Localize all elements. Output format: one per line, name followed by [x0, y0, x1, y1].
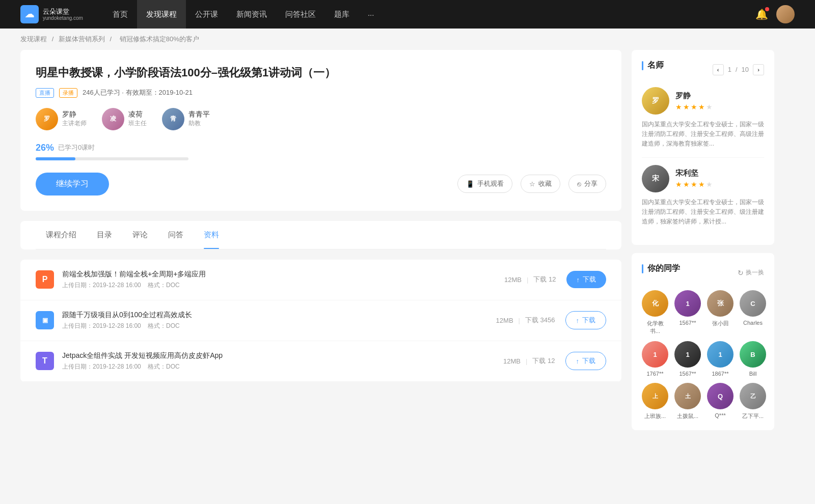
teacher-3-avatar: 青	[162, 108, 184, 130]
notification-bell[interactable]: 🔔	[755, 8, 768, 20]
course-actions: 继续学习 📱 手机观看 ☆ 收藏 ⎋ 分享	[36, 173, 606, 195]
navigation: ☁ 云朵课堂 yundoketang.com 首页 发现课程 公开课 新闻资讯 …	[0, 0, 815, 29]
classmate-9: 上 上班族...	[642, 383, 668, 420]
tab-resources[interactable]: 资料	[194, 221, 229, 249]
nav-discover[interactable]: 发现课程	[137, 0, 186, 29]
download-icon-1: ↑	[577, 276, 580, 284]
main-layout: 明星中教授课，小学阶段语法100分–强化级第1讲动词（一） 直播 录播 246人…	[0, 50, 795, 459]
sidebar-teachers-header: 名师 ‹ 1 / 10 ›	[642, 60, 764, 79]
sidebar-teacher-nav: ‹ 1 / 10 ›	[713, 64, 764, 75]
classmate-1: 化 化学教书...	[642, 290, 668, 335]
nav-news[interactable]: 新闻资讯	[227, 0, 276, 29]
tab-catalog[interactable]: 目录	[87, 221, 122, 249]
nav-opencourse[interactable]: 公开课	[186, 0, 227, 29]
progress-bar-bg	[36, 157, 188, 160]
resource-info-1: 前端全栈加强版！前端全栈+全周期+多端应用 上传日期：2019-12-28 16…	[62, 270, 504, 290]
classmate-3-avatar[interactable]: 张	[707, 290, 734, 317]
tab-review[interactable]: 评论	[122, 221, 158, 249]
classmate-7: 1 1867**	[707, 341, 734, 377]
teacher-2-avatar: 凌	[102, 108, 124, 130]
classmate-6-name: 1567**	[679, 371, 696, 377]
phone-icon: 📱	[466, 180, 474, 188]
classmate-2-avatar[interactable]: 1	[674, 290, 701, 317]
breadcrumb-discover[interactable]: 发现课程	[20, 35, 47, 43]
classmate-11: Q Q***	[707, 383, 734, 420]
action-buttons: 📱 手机观看 ☆ 收藏 ⎋ 分享	[457, 175, 606, 193]
resource-title-2: 跟随千万级项目从0到100全过程高效成长	[62, 311, 496, 320]
continue-button[interactable]: 继续学习	[36, 173, 109, 195]
resource-stats-2: 12MB | 下载 3456	[496, 316, 555, 325]
sidebar: 名师 ‹ 1 / 10 › 罗 罗静	[632, 50, 774, 438]
classmate-5-avatar[interactable]: 1	[642, 341, 668, 368]
sidebar-teacher-2: 宋 宋利坚 ★ ★ ★ ★ ★ 国内某重点大学安全工程专业硕士，国家一级注册消防…	[642, 165, 764, 227]
classmate-3-name: 张小田	[712, 320, 729, 327]
nav-qa[interactable]: 问答社区	[276, 0, 325, 29]
classmate-12-avatar[interactable]: 乙	[740, 383, 766, 409]
resource-meta-2: 上传日期：2019-12-28 16:00 格式：DOC	[62, 322, 496, 330]
classmate-9-avatar[interactable]: 上	[642, 383, 668, 409]
breadcrumb: 发现课程 / 新媒体营销系列 / 销冠修炼术搞定80%的客户	[0, 29, 815, 50]
nav-quiz[interactable]: 题库	[325, 0, 359, 29]
share-button[interactable]: ⎋ 分享	[568, 175, 606, 193]
classmate-1-avatar[interactable]: 化	[642, 290, 668, 317]
resource-icon-2: ▣	[36, 311, 54, 329]
nav-more[interactable]: ···	[359, 0, 384, 29]
refresh-classmates-button[interactable]: ↻ 换一换	[738, 268, 764, 277]
teacher-2-role: 班主任	[128, 119, 147, 128]
logo-icon: ☁	[20, 5, 39, 23]
classmate-10-avatar[interactable]: 土	[674, 383, 701, 409]
progress-bar-fill	[36, 157, 75, 160]
badge-record: 录播	[59, 88, 77, 98]
classmate-8: B Bill	[740, 341, 766, 377]
classmate-8-avatar[interactable]: B	[740, 341, 766, 368]
breadcrumb-series[interactable]: 新媒体营销系列	[59, 35, 105, 43]
resource-info-2: 跟随千万级项目从0到100全过程高效成长 上传日期：2019-12-28 16:…	[62, 311, 496, 330]
teacher-1-name: 罗静	[62, 110, 87, 119]
course-meta: 直播 录播 246人已学习 · 有效期至：2019-10-21	[36, 88, 606, 98]
sidebar-teachers-title: 名师	[642, 60, 664, 71]
teacher-next-button[interactable]: ›	[753, 64, 764, 75]
tabs-list: 课程介绍 目录 评论 问答 资料	[36, 221, 606, 249]
classmate-11-avatar[interactable]: Q	[707, 383, 734, 409]
teacher-3: 青 青青平 助教	[162, 108, 210, 130]
nav-right: 🔔	[755, 5, 795, 23]
classmate-6-avatar[interactable]: 1	[674, 341, 701, 368]
classmate-7-avatar[interactable]: 1	[707, 341, 734, 368]
teacher-2-name: 凌荷	[128, 110, 147, 119]
classmate-1-name: 化学教书...	[642, 320, 668, 335]
tab-intro[interactable]: 课程介绍	[36, 221, 87, 249]
resource-item-1: P 前端全栈加强版！前端全栈+全周期+多端应用 上传日期：2019-12-28 …	[20, 260, 621, 300]
resource-icon-3: T	[36, 352, 54, 370]
logo-text: 云朵课堂 yundoketang.com	[43, 8, 83, 21]
sidebar-teacher-1-name: 罗静	[675, 91, 713, 101]
classmate-10: 土 土拨鼠...	[674, 383, 701, 420]
logo[interactable]: ☁ 云朵课堂 yundoketang.com	[20, 5, 83, 23]
sidebar-teacher-2-name: 宋利坚	[675, 169, 713, 178]
star-icon: ☆	[529, 180, 535, 188]
progress-section: 26% 已学习0课时	[36, 143, 606, 160]
resource-info-3: Jetpack全组件实战 开发短视频应用高仿皮皮虾App 上传日期：2019-1…	[62, 351, 503, 371]
sidebar-teacher-2-stars: ★ ★ ★ ★ ★	[675, 180, 713, 188]
sidebar-classmates-title: 你的同学	[642, 263, 680, 274]
download-icon-3: ↑	[576, 357, 580, 365]
classmate-2-name: 1567**	[679, 320, 696, 326]
course-tabs: 课程介绍 目录 评论 问答 资料	[20, 221, 621, 249]
user-avatar[interactable]	[776, 5, 795, 23]
refresh-icon: ↻	[738, 269, 744, 277]
classmate-5: 1 1767**	[642, 341, 668, 377]
sidebar-teacher-2-avatar: 宋	[642, 165, 669, 192]
phone-watch-button[interactable]: 📱 手机观看	[457, 175, 512, 193]
download-button-3[interactable]: ↑ 下载	[565, 352, 607, 370]
sidebar-classmates-card: 你的同学 ↻ 换一换 化 化学教书...	[632, 253, 774, 430]
classmate-4-name: Charles	[743, 320, 763, 326]
download-button-1[interactable]: ↑ 下载	[566, 271, 607, 288]
classmate-5-name: 1767**	[646, 371, 663, 377]
page-current: 1	[728, 66, 731, 73]
classmate-6: 1 1567**	[674, 341, 701, 377]
collect-button[interactable]: ☆ 收藏	[521, 175, 560, 193]
classmate-4-avatar[interactable]: C	[740, 290, 766, 317]
nav-home[interactable]: 首页	[103, 0, 137, 29]
teacher-prev-button[interactable]: ‹	[713, 64, 724, 75]
tab-qa[interactable]: 问答	[158, 221, 194, 249]
download-button-2[interactable]: ↑ 下载	[565, 311, 607, 329]
